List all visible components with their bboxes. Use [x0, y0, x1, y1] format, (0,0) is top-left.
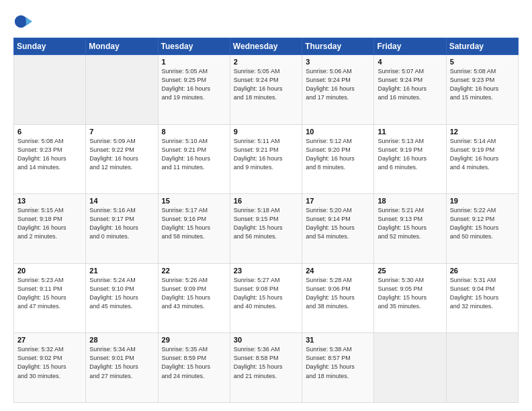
svg-point-0 [15, 15, 28, 28]
calendar-cell: 31Sunrise: 5:38 AM Sunset: 8:57 PM Dayli… [302, 333, 374, 403]
day-info: Sunrise: 5:08 AM Sunset: 9:23 PM Dayligh… [17, 137, 82, 172]
calendar-cell: 10Sunrise: 5:12 AM Sunset: 9:20 PM Dayli… [302, 124, 374, 194]
day-number: 22 [162, 267, 226, 275]
calendar-cell [374, 333, 446, 403]
day-number: 6 [17, 128, 82, 136]
calendar-cell: 28Sunrise: 5:34 AM Sunset: 9:01 PM Dayli… [86, 333, 158, 403]
day-info: Sunrise: 5:06 AM Sunset: 9:24 PM Dayligh… [306, 67, 370, 102]
day-info: Sunrise: 5:05 AM Sunset: 9:25 PM Dayligh… [162, 67, 226, 102]
day-number: 18 [378, 197, 442, 205]
day-info: Sunrise: 5:20 AM Sunset: 9:14 PM Dayligh… [306, 206, 370, 241]
day-number: 30 [234, 336, 298, 344]
weekday-monday: Monday [86, 38, 158, 55]
day-number: 23 [234, 267, 298, 275]
day-number: 4 [378, 58, 442, 66]
day-number: 17 [306, 197, 370, 205]
day-number: 20 [17, 267, 82, 275]
week-row-0: 1Sunrise: 5:05 AM Sunset: 9:25 PM Daylig… [14, 55, 519, 125]
day-number: 29 [162, 336, 226, 344]
day-number: 13 [17, 197, 82, 205]
day-info: Sunrise: 5:27 AM Sunset: 9:08 PM Dayligh… [234, 276, 298, 311]
day-info: Sunrise: 5:10 AM Sunset: 9:21 PM Dayligh… [162, 137, 226, 172]
day-info: Sunrise: 5:05 AM Sunset: 9:24 PM Dayligh… [234, 67, 298, 102]
logo [13, 12, 35, 31]
calendar-cell: 15Sunrise: 5:17 AM Sunset: 9:16 PM Dayli… [158, 194, 230, 264]
day-number: 9 [234, 128, 298, 136]
calendar-cell: 26Sunrise: 5:31 AM Sunset: 9:04 PM Dayli… [446, 263, 518, 333]
day-number: 3 [306, 58, 370, 66]
weekday-tuesday: Tuesday [158, 38, 230, 55]
calendar-cell [86, 55, 158, 125]
day-info: Sunrise: 5:32 AM Sunset: 9:02 PM Dayligh… [17, 345, 82, 380]
calendar-cell: 13Sunrise: 5:15 AM Sunset: 9:18 PM Dayli… [14, 194, 86, 264]
day-number: 26 [450, 267, 515, 275]
calendar-body: 1Sunrise: 5:05 AM Sunset: 9:25 PM Daylig… [14, 55, 519, 403]
calendar-cell: 18Sunrise: 5:21 AM Sunset: 9:13 PM Dayli… [374, 194, 446, 264]
day-info: Sunrise: 5:35 AM Sunset: 8:59 PM Dayligh… [162, 345, 226, 380]
calendar-cell: 3Sunrise: 5:06 AM Sunset: 9:24 PM Daylig… [302, 55, 374, 125]
day-number: 15 [162, 197, 226, 205]
day-info: Sunrise: 5:34 AM Sunset: 9:01 PM Dayligh… [89, 345, 154, 380]
week-row-3: 20Sunrise: 5:23 AM Sunset: 9:11 PM Dayli… [14, 263, 519, 333]
day-info: Sunrise: 5:26 AM Sunset: 9:09 PM Dayligh… [162, 276, 226, 311]
weekday-thursday: Thursday [302, 38, 374, 55]
calendar-cell: 11Sunrise: 5:13 AM Sunset: 9:19 PM Dayli… [374, 124, 446, 194]
day-number: 10 [306, 128, 370, 136]
calendar-cell: 27Sunrise: 5:32 AM Sunset: 9:02 PM Dayli… [14, 333, 86, 403]
week-row-4: 27Sunrise: 5:32 AM Sunset: 9:02 PM Dayli… [14, 333, 519, 403]
day-number: 31 [306, 336, 370, 344]
calendar-cell: 4Sunrise: 5:07 AM Sunset: 9:24 PM Daylig… [374, 55, 446, 125]
calendar-cell: 21Sunrise: 5:24 AM Sunset: 9:10 PM Dayli… [86, 263, 158, 333]
calendar-cell: 8Sunrise: 5:10 AM Sunset: 9:21 PM Daylig… [158, 124, 230, 194]
calendar-cell: 19Sunrise: 5:22 AM Sunset: 9:12 PM Dayli… [446, 194, 518, 264]
day-info: Sunrise: 5:13 AM Sunset: 9:19 PM Dayligh… [378, 137, 442, 172]
week-row-1: 6Sunrise: 5:08 AM Sunset: 9:23 PM Daylig… [14, 124, 519, 194]
day-info: Sunrise: 5:08 AM Sunset: 9:23 PM Dayligh… [450, 67, 515, 102]
day-number: 12 [450, 128, 515, 136]
day-info: Sunrise: 5:31 AM Sunset: 9:04 PM Dayligh… [450, 276, 515, 311]
weekday-sunday: Sunday [14, 38, 86, 55]
calendar-cell: 17Sunrise: 5:20 AM Sunset: 9:14 PM Dayli… [302, 194, 374, 264]
calendar-cell: 30Sunrise: 5:36 AM Sunset: 8:58 PM Dayli… [230, 333, 302, 403]
page: SundayMondayTuesdayWednesdayThursdayFrid… [0, 0, 532, 411]
day-number: 7 [89, 128, 154, 136]
svg-marker-1 [26, 17, 32, 26]
day-info: Sunrise: 5:30 AM Sunset: 9:05 PM Dayligh… [378, 276, 442, 311]
day-info: Sunrise: 5:16 AM Sunset: 9:17 PM Dayligh… [89, 206, 154, 241]
calendar-cell: 25Sunrise: 5:30 AM Sunset: 9:05 PM Dayli… [374, 263, 446, 333]
calendar-header: SundayMondayTuesdayWednesdayThursdayFrid… [14, 38, 519, 55]
day-info: Sunrise: 5:23 AM Sunset: 9:11 PM Dayligh… [17, 276, 82, 311]
calendar-cell: 5Sunrise: 5:08 AM Sunset: 9:23 PM Daylig… [446, 55, 518, 125]
day-info: Sunrise: 5:24 AM Sunset: 9:10 PM Dayligh… [89, 276, 154, 311]
day-number: 11 [378, 128, 442, 136]
calendar-cell: 7Sunrise: 5:09 AM Sunset: 9:22 PM Daylig… [86, 124, 158, 194]
day-number: 8 [162, 128, 226, 136]
day-info: Sunrise: 5:09 AM Sunset: 9:22 PM Dayligh… [89, 137, 154, 172]
day-info: Sunrise: 5:14 AM Sunset: 9:19 PM Dayligh… [450, 137, 515, 172]
calendar-cell: 6Sunrise: 5:08 AM Sunset: 9:23 PM Daylig… [14, 124, 86, 194]
day-number: 21 [89, 267, 154, 275]
day-info: Sunrise: 5:28 AM Sunset: 9:06 PM Dayligh… [306, 276, 370, 311]
calendar-table: SundayMondayTuesdayWednesdayThursdayFrid… [13, 38, 519, 403]
calendar-cell: 9Sunrise: 5:11 AM Sunset: 9:21 PM Daylig… [230, 124, 302, 194]
weekday-header-row: SundayMondayTuesdayWednesdayThursdayFrid… [14, 38, 519, 55]
day-info: Sunrise: 5:18 AM Sunset: 9:15 PM Dayligh… [234, 206, 298, 241]
week-row-2: 13Sunrise: 5:15 AM Sunset: 9:18 PM Dayli… [14, 194, 519, 264]
day-info: Sunrise: 5:22 AM Sunset: 9:12 PM Dayligh… [450, 206, 515, 241]
logo-icon [13, 12, 32, 31]
calendar-cell: 22Sunrise: 5:26 AM Sunset: 9:09 PM Dayli… [158, 263, 230, 333]
day-number: 14 [89, 197, 154, 205]
day-number: 2 [234, 58, 298, 66]
header [13, 12, 519, 31]
day-info: Sunrise: 5:15 AM Sunset: 9:18 PM Dayligh… [17, 206, 82, 241]
day-info: Sunrise: 5:12 AM Sunset: 9:20 PM Dayligh… [306, 137, 370, 172]
day-number: 19 [450, 197, 515, 205]
day-info: Sunrise: 5:38 AM Sunset: 8:57 PM Dayligh… [306, 345, 370, 380]
calendar-cell [14, 55, 86, 125]
day-number: 27 [17, 336, 82, 344]
calendar-cell: 23Sunrise: 5:27 AM Sunset: 9:08 PM Dayli… [230, 263, 302, 333]
calendar-cell: 16Sunrise: 5:18 AM Sunset: 9:15 PM Dayli… [230, 194, 302, 264]
day-number: 16 [234, 197, 298, 205]
day-info: Sunrise: 5:11 AM Sunset: 9:21 PM Dayligh… [234, 137, 298, 172]
day-number: 28 [89, 336, 154, 344]
